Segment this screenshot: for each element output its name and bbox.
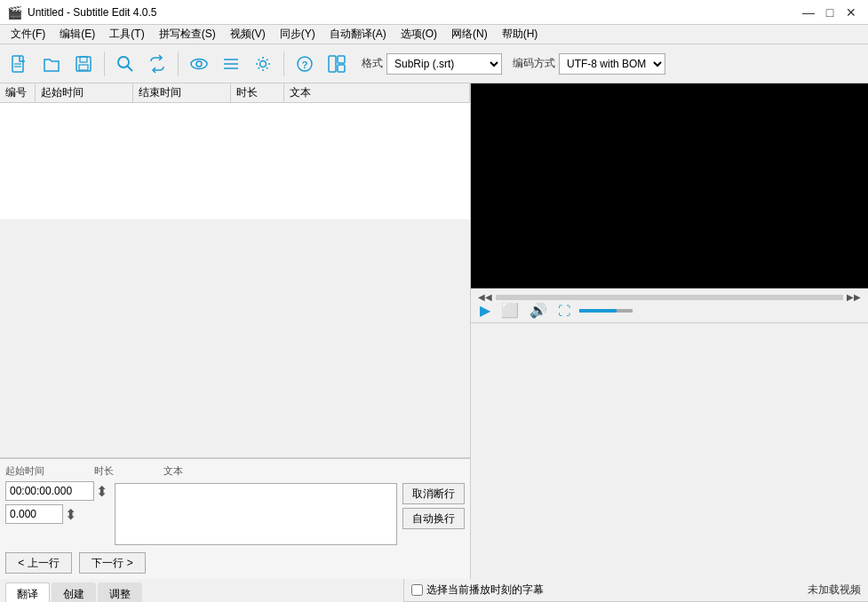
progress-right-arrow[interactable]: ▶▶	[847, 292, 861, 302]
svg-point-13	[260, 60, 267, 67]
menu-network[interactable]: 网络(N)	[444, 25, 495, 44]
text-label: 文本	[163, 464, 183, 478]
play-button[interactable]: ▶	[478, 302, 492, 319]
start-time-label: 起始时间	[5, 464, 44, 478]
svg-point-6	[118, 57, 129, 67]
svg-rect-18	[338, 65, 345, 72]
subtitle-sync-label: 选择当前播放时刻的字幕	[426, 582, 544, 598]
menu-tools[interactable]: 工具(T)	[102, 25, 151, 44]
next-line-button[interactable]: 下一行 >	[79, 552, 146, 574]
progress-left-arrow[interactable]: ◀◀	[478, 292, 492, 302]
maximize-button[interactable]: □	[820, 3, 840, 22]
menu-autotranslate[interactable]: 自动翻译(A)	[323, 25, 394, 44]
toolbar: ? 格式 SubRip (.srt) Advanced SubStation A…	[0, 44, 868, 83]
svg-line-7	[128, 66, 133, 71]
help-button[interactable]: ?	[291, 50, 319, 78]
col-header-dur: 时长	[231, 83, 284, 102]
encoding-label: 编码方式	[513, 56, 555, 71]
minimize-button[interactable]: —	[799, 3, 818, 22]
replace-button[interactable]	[143, 50, 171, 78]
dur-label: 时长	[94, 464, 114, 478]
title-bar: 🎬 Untitled - Subtitle Edit 4.0.5 — □ ✕	[0, 0, 868, 25]
close-button[interactable]: ✕	[841, 3, 861, 22]
cancel-line-break-button[interactable]: 取消断行	[402, 483, 465, 504]
menu-bar: 文件(F) 编辑(E) 工具(T) 拼写检查(S) 视频(V) 同步(Y) 自动…	[0, 25, 868, 44]
bottom-left: 翻译 创建 调整 自动重复 自动重复于 重复次数(次) 1 2 3	[0, 579, 404, 602]
menu-sync[interactable]: 同步(Y)	[273, 25, 323, 44]
format-group: 格式 SubRip (.srt) Advanced SubStation Alp…	[362, 53, 502, 75]
save-button[interactable]	[69, 50, 98, 78]
start-time-input[interactable]	[5, 481, 94, 501]
video-progress-track[interactable]	[496, 295, 843, 300]
col-header-text: 文本	[284, 83, 470, 102]
new-button[interactable]	[5, 50, 34, 78]
waveform-pane: 选择当前播放时刻的字幕 未加载视频 点击以添加波形 🔍 50% 75% 100%…	[404, 579, 868, 602]
subtitle-sync-checkbox[interactable]	[411, 584, 423, 596]
volume-slider[interactable]	[579, 309, 633, 313]
stop-button[interactable]: ⬜	[499, 302, 521, 319]
list-button[interactable]	[217, 50, 245, 78]
volume-fill	[579, 309, 617, 313]
svg-point-9	[196, 61, 202, 67]
col-header-num: 编号	[0, 83, 36, 102]
waveform-header: 选择当前播放时刻的字幕 未加载视频	[404, 579, 868, 602]
toolbar-sep-3	[283, 51, 284, 76]
settings-button[interactable]	[249, 50, 277, 78]
subtitle-editor-pane: 编号 起始时间 结束时间 时长 文本 起始时间 时长 文本	[0, 83, 471, 579]
menu-edit[interactable]: 编辑(E)	[52, 25, 102, 44]
edit-area: 起始时间 时长 文本 ⬍ ⬍	[0, 458, 470, 579]
video-pane: ◀◀ ▶▶ ▶ ⬜ 🔊 ⛶	[471, 83, 868, 579]
svg-rect-16	[329, 56, 336, 72]
col-header-start: 起始时间	[36, 83, 133, 102]
svg-rect-17	[338, 56, 345, 63]
encoding-select[interactable]: UTF-8 with BOM UTF-8	[559, 53, 665, 75]
subtitle-text-editor[interactable]	[115, 483, 397, 545]
tab-translate[interactable]: 翻译	[5, 582, 50, 602]
app-icon: 🎬	[7, 5, 22, 20]
menu-help[interactable]: 帮助(H)	[495, 25, 545, 44]
bottom-tabs: 翻译 创建 调整	[0, 579, 403, 602]
table-header: 编号 起始时间 结束时间 时长 文本	[0, 83, 470, 103]
toolbar-sep-1	[104, 51, 105, 76]
open-button[interactable]	[37, 50, 66, 78]
video-preview[interactable]	[471, 83, 868, 288]
layout-button[interactable]	[323, 50, 351, 78]
format-select[interactable]: SubRip (.srt) Advanced SubStation Alpha	[386, 53, 502, 75]
svg-text:?: ?	[302, 59, 308, 70]
svg-point-8	[191, 59, 207, 68]
encoding-group: 编码方式 UTF-8 with BOM UTF-8	[513, 53, 665, 75]
unloaded-video-label: 未加载视频	[808, 582, 861, 598]
video-controls: ◀◀ ▶▶ ▶ ⬜ 🔊 ⛶	[471, 288, 868, 323]
svg-rect-5	[79, 65, 88, 70]
menu-options[interactable]: 选项(O)	[394, 25, 444, 44]
dur-spinner[interactable]: ⬍	[65, 506, 76, 523]
subtitle-table: 编号 起始时间 结束时间 时长 文本	[0, 83, 470, 458]
auto-break-button[interactable]: 自动换行	[402, 508, 465, 529]
svg-rect-4	[80, 57, 87, 62]
dur-input[interactable]	[5, 504, 63, 524]
menu-video[interactable]: 视频(V)	[223, 25, 273, 44]
format-label: 格式	[362, 56, 383, 71]
visual-sync-button[interactable]	[185, 50, 213, 78]
toolbar-sep-2	[178, 51, 179, 76]
menu-file[interactable]: 文件(F)	[4, 25, 52, 44]
table-body	[0, 103, 470, 219]
tab-create[interactable]: 创建	[52, 582, 96, 602]
menu-spell[interactable]: 拼写检查(S)	[152, 25, 223, 44]
bottom-area: 翻译 创建 调整 自动重复 自动重复于 重复次数(次) 1 2 3	[0, 579, 868, 602]
tab-adjust[interactable]: 调整	[98, 582, 142, 602]
col-header-end: 结束时间	[133, 83, 231, 102]
volume-button[interactable]: 🔊	[528, 302, 549, 319]
window-title: Untitled - Subtitle Edit 4.0.5	[28, 6, 156, 19]
prev-line-button[interactable]: < 上一行	[5, 552, 72, 574]
find-button[interactable]	[111, 50, 139, 78]
fullscreen-button[interactable]: ⛶	[556, 304, 572, 318]
start-time-spinner[interactable]: ⬍	[96, 483, 108, 500]
